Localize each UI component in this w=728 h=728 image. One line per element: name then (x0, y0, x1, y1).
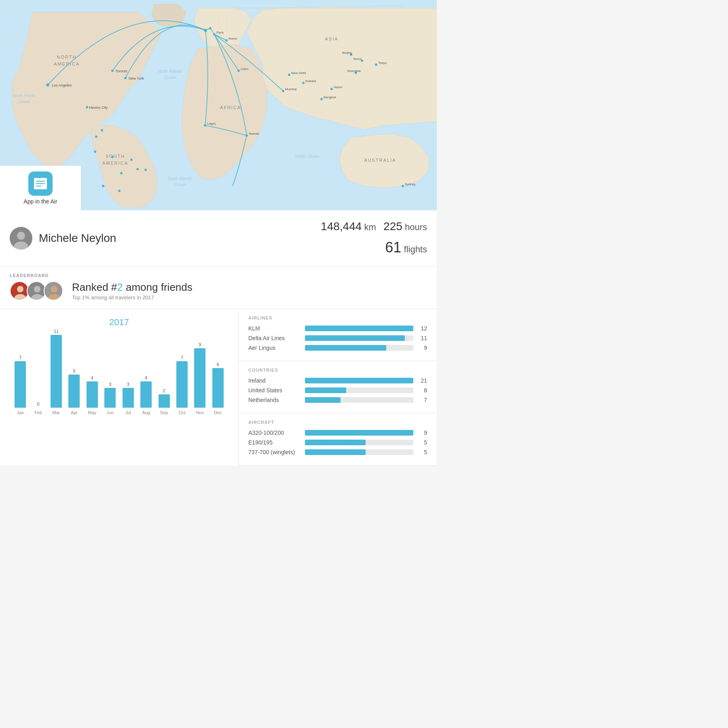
svg-point-28 (95, 135, 97, 138)
bar-value: 2 (163, 388, 165, 393)
bar (140, 381, 152, 408)
svg-text:Nairobi: Nairobi (249, 132, 259, 135)
svg-point-51 (288, 74, 290, 76)
svg-text:Toronto: Toronto (115, 69, 127, 73)
bar (176, 361, 188, 408)
stat-bar-fill (305, 326, 413, 331)
svg-point-25 (86, 106, 88, 108)
user-info: Michele Neylon (10, 227, 116, 250)
bar (15, 361, 26, 408)
svg-text:Ocean: Ocean (164, 75, 176, 80)
stat-row-label: Delta Air Lines (248, 335, 301, 341)
chart-year: 2017 (10, 317, 229, 328)
svg-text:Kolkata: Kolkata (305, 79, 316, 83)
stat-count: 8 (417, 387, 427, 394)
stat-row: Aer Lingus9 (248, 345, 427, 351)
bar-group: 2Sep (155, 388, 173, 415)
bar-value: 5 (73, 368, 75, 373)
bar (123, 388, 134, 408)
bar-value: 11 (54, 329, 59, 334)
svg-point-67 (402, 185, 404, 187)
svg-text:North Atlantic: North Atlantic (158, 69, 182, 74)
stat-bar-fill (305, 440, 366, 445)
lb-avatar-1 (10, 281, 29, 301)
svg-text:Mumbai: Mumbai (285, 87, 297, 91)
bar-group: 7Jan (11, 355, 29, 415)
map-section: NORTH AMERICA SOUTH AMERICA AFRICA ASIA … (0, 0, 437, 210)
lb-avatar-2 (27, 281, 46, 301)
svg-text:New York: New York (129, 76, 144, 80)
user-header: Michele Neylon 148,444 km 225 hours 61 f… (0, 210, 437, 267)
bar (159, 394, 170, 408)
bottom-section: 2017 7Jan0Feb11Mar5Apr4May3Jun3Jul4Aug2S… (0, 309, 437, 466)
bar (51, 335, 62, 408)
svg-text:New Delhi: New Delhi (291, 71, 306, 75)
lb-rank-line: Ranked #2 among friends (72, 281, 193, 294)
svg-point-32 (120, 172, 123, 174)
stat-row-label: Aer Lingus (248, 345, 301, 351)
svg-text:Seoul: Seoul (353, 57, 362, 61)
stat-bar-fill (305, 387, 346, 393)
bar-value: 7 (181, 355, 183, 360)
svg-text:SOUTH: SOUTH (106, 154, 125, 159)
stat-count: 11 (417, 335, 427, 341)
bar (104, 388, 116, 408)
bar-group: 9Nov (191, 342, 209, 415)
bar (212, 368, 224, 408)
bar (68, 375, 80, 408)
svg-point-63 (375, 63, 377, 66)
svg-text:Ocean: Ocean (174, 182, 186, 187)
distance-unit: km (364, 222, 376, 232)
bar-label: Dec (214, 410, 222, 415)
stat-bar-fill (305, 397, 341, 403)
stat-row: Ireland21 (248, 377, 427, 384)
stat-bar-fill (305, 335, 405, 341)
svg-text:Los Angeles: Los Angeles (52, 83, 72, 87)
airlines-title: AIRLINES (248, 315, 427, 320)
aircraft-rows: A320-100/2009E190/1955737-700 (winglets)… (248, 430, 427, 455)
svg-point-53 (302, 82, 305, 84)
svg-text:Tokyo: Tokyo (378, 61, 387, 65)
stat-bar-container (305, 378, 413, 383)
bar-label: Nov (196, 410, 204, 415)
stat-row: E190/1955 (248, 439, 427, 446)
app-icon-section: App in the Air (0, 166, 81, 210)
stat-row-label: 737-700 (winglets) (248, 449, 301, 455)
svg-text:Bangkok: Bangkok (324, 95, 336, 99)
flights-unit: flights (404, 244, 427, 254)
bar-value: 9 (199, 342, 201, 347)
bar-group: 3Jun (101, 382, 119, 415)
leaderboard-section: LEADERBOARD (0, 267, 437, 309)
leaderboard-content: Ranked #2 among friends Top 1% among all… (10, 281, 427, 301)
stat-row-label: Netherlands (248, 397, 301, 403)
stat-row: KLM12 (248, 325, 427, 332)
stats-panels: AIRLINES KLM12Delta Air Lines11Aer Lingu… (239, 309, 437, 466)
stat-count: 12 (417, 325, 427, 332)
bar-label: Jun (106, 410, 114, 415)
svg-point-34 (144, 169, 147, 171)
stat-row: A320-100/2009 (248, 430, 427, 436)
bar (87, 381, 98, 408)
svg-point-36 (118, 190, 121, 192)
leaderboard-text: Ranked #2 among friends Top 1% among all… (72, 281, 193, 301)
svg-text:North Pacific: North Pacific (13, 93, 36, 98)
distance-value: 148,444 (321, 220, 362, 233)
bar-group: 5Apr (65, 368, 83, 415)
stat-bar-container (305, 397, 413, 403)
stat-row-label: KLM (248, 325, 301, 332)
lb-avatar-3 (44, 281, 63, 301)
svg-point-29 (94, 150, 96, 153)
avatar (10, 227, 32, 250)
bar-group: 3Jul (119, 382, 137, 415)
bar-value: 4 (145, 375, 147, 380)
bar-label: Mar (53, 410, 60, 415)
svg-text:Lagos: Lagos (207, 122, 216, 125)
svg-point-27 (101, 129, 103, 131)
bar-value: 0 (37, 402, 40, 406)
bar-group: 0Feb (29, 402, 47, 415)
svg-text:Beijing: Beijing (342, 51, 352, 55)
stat-count: 5 (417, 439, 427, 446)
svg-text:Hanoi: Hanoi (334, 85, 342, 89)
stat-row: 737-700 (winglets)5 (248, 449, 427, 455)
stat-row: Delta Air Lines11 (248, 335, 427, 341)
